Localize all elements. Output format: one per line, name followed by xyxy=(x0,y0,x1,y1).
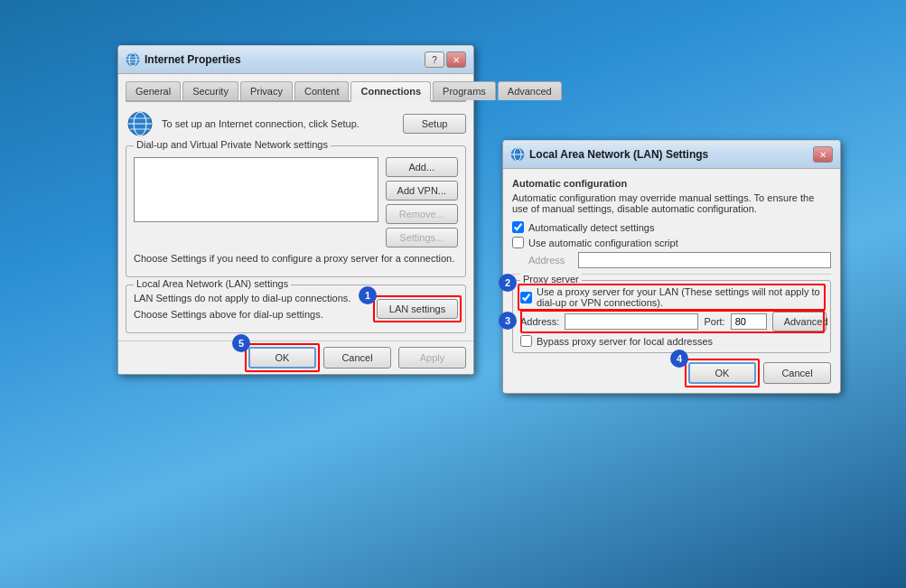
annotation-2: 2 xyxy=(499,274,517,292)
annotation-4: 4 xyxy=(670,350,688,368)
dialup-buttons: Add... Add VPN... Remove... Settings... xyxy=(386,157,458,247)
address-row: Address xyxy=(528,252,831,268)
lan-text2: Choose Settings above for dial-up settin… xyxy=(134,309,377,320)
proxy-address-row: Address: Port: Advanced xyxy=(520,312,823,331)
script-checkbox-row: Use automatic configuration script xyxy=(512,237,831,248)
add-vpn-button[interactable]: Add VPN... xyxy=(386,181,458,201)
bypass-checkbox[interactable] xyxy=(520,335,532,347)
tab-privacy[interactable]: Privacy xyxy=(240,81,293,100)
lan-dialog-content: Automatic configuration Automatic config… xyxy=(503,169,840,393)
proxy-checkbox-container: 2 Use a proxy server for your LAN (These… xyxy=(520,286,823,308)
title-bar-buttons: ? ✕ xyxy=(425,51,466,68)
title-bar-left: Internet Properties xyxy=(126,52,241,67)
detect-label: Automatically detect settings xyxy=(528,222,654,233)
annotation-3: 3 xyxy=(499,312,517,330)
proxy-info: Choose Settings if you need to configure… xyxy=(134,253,458,264)
apply-button[interactable]: Apply xyxy=(398,347,466,369)
proxy-section: Proxy server 2 Use a proxy server for yo… xyxy=(512,280,831,353)
use-proxy-checkbox[interactable] xyxy=(520,292,532,303)
bypass-row: Bypass proxy server for local addresses xyxy=(520,335,823,347)
lan-section: Local Area Network (LAN) settings LAN Se… xyxy=(126,285,466,333)
add-button[interactable]: Add... xyxy=(386,157,458,177)
dialup-section: Dial-up and Virtual Private Network sett… xyxy=(126,145,466,277)
auto-config-heading: Automatic configuration xyxy=(512,178,831,189)
lan-title-bar-left: Local Area Network (LAN) Settings xyxy=(510,147,708,162)
lan-settings-button[interactable]: LAN settings xyxy=(377,299,458,319)
lan-settings-dialog: Local Area Network (LAN) Settings ✕ Auto… xyxy=(502,140,841,394)
lan-settings-container: LAN settings 1 xyxy=(377,299,458,319)
use-proxy-row: Use a proxy server for your LAN (These s… xyxy=(520,286,823,308)
proxy-addr-input[interactable] xyxy=(565,313,698,330)
close-button[interactable]: ✕ xyxy=(446,51,466,68)
lan-settings-title: Local Area Network (LAN) Settings xyxy=(529,148,708,161)
script-checkbox[interactable] xyxy=(512,237,524,248)
lan-cancel-button[interactable]: Cancel xyxy=(763,362,831,384)
dialup-label: Dial-up and Virtual Private Network sett… xyxy=(134,139,331,150)
settings-button[interactable]: Settings... xyxy=(386,228,458,247)
tab-programs[interactable]: Programs xyxy=(433,81,496,100)
proxy-section-label: Proxy server xyxy=(520,274,582,285)
cancel-button[interactable]: Cancel xyxy=(323,347,391,369)
lan-section-label: Local Area Network (LAN) settings xyxy=(134,278,291,289)
port-input[interactable] xyxy=(731,313,767,330)
port-label: Port: xyxy=(704,316,724,327)
script-label: Use automatic configuration script xyxy=(528,238,678,248)
ok-button-container: OK 5 xyxy=(248,347,316,369)
annotation-1: 1 xyxy=(359,286,377,304)
tab-content[interactable]: Content xyxy=(294,81,350,100)
lan-ok-container: 4 OK xyxy=(688,362,756,384)
lan-footer: 4 OK Cancel xyxy=(512,359,831,384)
setup-text: To set up an Internet connection, click … xyxy=(162,118,403,129)
remove-button[interactable]: Remove... xyxy=(386,204,458,224)
proxy-addr-label: Address: xyxy=(520,316,559,327)
tab-advanced[interactable]: Advanced xyxy=(498,81,562,100)
address-input[interactable] xyxy=(578,252,831,268)
dialup-content: Add... Add VPN... Remove... Settings... xyxy=(134,157,458,247)
setup-button[interactable]: Setup xyxy=(403,114,466,134)
setup-row: To set up an Internet connection, click … xyxy=(126,109,466,138)
lan-title-bar: Local Area Network (LAN) Settings ✕ xyxy=(503,141,840,169)
lan-title-bar-buttons: ✕ xyxy=(813,146,833,163)
bypass-label: Bypass proxy server for local addresses xyxy=(537,336,713,347)
ok-button[interactable]: OK xyxy=(248,347,316,369)
ie-icon xyxy=(126,52,140,67)
help-button[interactable]: ? xyxy=(425,51,444,68)
detect-checkbox-row: Automatically detect settings xyxy=(512,221,831,233)
annotation-5: 5 xyxy=(232,334,250,352)
tabs: General Security Privacy Content Connect… xyxy=(126,81,466,102)
lan-text1: LAN Settings do not apply to dial-up con… xyxy=(134,293,377,303)
internet-properties-title: Internet Properties xyxy=(145,53,241,66)
globe-icon xyxy=(126,109,154,138)
use-proxy-label: Use a proxy server for your LAN (These s… xyxy=(537,286,823,308)
tab-connections[interactable]: Connections xyxy=(350,81,431,102)
auto-config-desc: Automatic configuration may override man… xyxy=(512,192,831,214)
tab-security[interactable]: Security xyxy=(182,81,238,100)
address-label: Address xyxy=(528,255,574,266)
dialog-content: General Security Privacy Content Connect… xyxy=(118,74,473,341)
advanced-button[interactable]: Advanced xyxy=(772,312,827,331)
internet-properties-dialog: Internet Properties ? ✕ General Security… xyxy=(117,45,474,375)
lan-ok-button[interactable]: OK xyxy=(688,362,756,384)
detect-checkbox[interactable] xyxy=(512,221,524,233)
internet-properties-title-bar: Internet Properties ? ✕ xyxy=(118,46,473,74)
dialup-list[interactable] xyxy=(134,157,378,222)
lan-ie-icon xyxy=(510,147,525,162)
lan-close-button[interactable]: ✕ xyxy=(813,146,833,163)
lan-texts: LAN Settings do not apply to dial-up con… xyxy=(134,293,377,325)
tab-general[interactable]: General xyxy=(126,81,181,100)
lan-row: LAN Settings do not apply to dial-up con… xyxy=(134,293,458,325)
proxy-addr-container: 3 Address: Port: Advanced xyxy=(520,312,823,331)
dialog-footer: OK 5 Cancel Apply xyxy=(118,341,473,374)
